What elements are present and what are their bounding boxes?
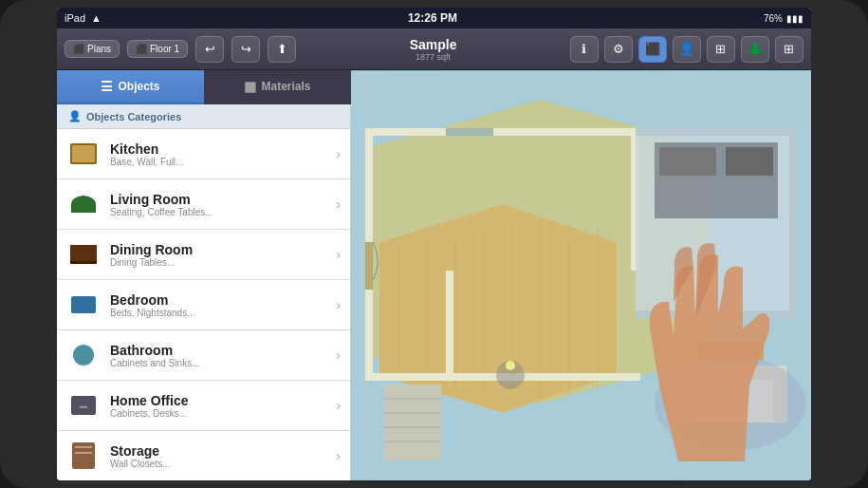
sidebar-item-bathroom[interactable]: Bathroom Cabinets and Sinks... › [57, 330, 350, 381]
categories-icon: 👤 [68, 110, 82, 122]
more-icon: ⊞ [784, 42, 794, 56]
dining-room-sub: Dining Tables... [110, 257, 336, 268]
dining-room-icon [66, 237, 101, 272]
floor-button[interactable]: ⬛ Floor 1 [127, 40, 188, 58]
svg-rect-18 [636, 128, 797, 136]
ipad-label: iPad [65, 12, 85, 24]
person-button[interactable]: 👤 [673, 36, 701, 63]
bathroom-chevron: › [336, 347, 341, 363]
plans-button[interactable]: ⬛ Plans [65, 40, 120, 58]
3d-view-button[interactable]: ⬛ [638, 36, 667, 63]
sidebar-item-dining-room[interactable]: Dining Room Dining Tables... › [57, 230, 350, 280]
floor-icon: ⬛ [136, 44, 147, 54]
status-bar: iPad ▲ 12:26 PM 76% ▮▮▮ [57, 8, 811, 28]
settings-icon: ⚙ [613, 42, 624, 56]
plans-icon: ⬛ [73, 44, 84, 54]
home-office-name: Home Office [110, 393, 336, 408]
home-office-text: Home Office Cabinets, Desks... [110, 393, 336, 419]
svg-rect-23 [726, 147, 773, 176]
storage-icon [66, 439, 101, 473]
floorplan-background [351, 70, 811, 480]
redo-icon: ↪ [241, 42, 251, 56]
3d-icon: ⬛ [645, 42, 660, 56]
living-room-name: Living Room [110, 192, 336, 207]
undo-button[interactable]: ↩ [195, 36, 224, 63]
svg-rect-32 [365, 242, 373, 290]
svg-rect-15 [365, 373, 451, 381]
living-room-sub: Seating, Coffee Tables... [110, 207, 336, 217]
tree-icon: 🌲 [748, 42, 763, 56]
hand-overlay [602, 196, 811, 461]
tree-button[interactable]: 🌲 [741, 36, 769, 63]
living-room-icon [66, 187, 101, 221]
more-button[interactable]: ⊞ [775, 36, 803, 63]
settings-button[interactable]: ⚙ [604, 36, 633, 63]
battery-label: 76% [764, 13, 783, 24]
svg-rect-22 [659, 147, 716, 176]
objects-tab-label: Objects [118, 80, 159, 93]
toolbar-left: ⬛ Plans ⬛ Floor 1 ↩ ↪ ⬆ [65, 36, 296, 63]
bedroom-name: Bedroom [110, 292, 336, 308]
bathroom-text: Bathroom Cabinets and Sinks... [110, 343, 336, 368]
objects-tab-icon: ☰ [101, 79, 113, 94]
bathroom-icon [66, 338, 101, 372]
bedroom-sub: Beds, Nightstands... [110, 308, 336, 318]
project-title: Sample [410, 37, 457, 52]
materials-tab-icon: ▦ [244, 79, 256, 94]
storage-text: Storage Wall Closets... [110, 443, 336, 469]
bathroom-name: Bathroom [110, 343, 336, 358]
bathroom-sub: Cabinets and Sinks... [110, 358, 336, 368]
svg-rect-33 [446, 128, 493, 136]
svg-rect-34 [384, 385, 441, 460]
living-room-chevron: › [336, 197, 341, 212]
kitchen-name: Kitchen [110, 141, 336, 157]
project-subtitle: 1877 sqft [416, 52, 451, 62]
ipad-frame: iPad ▲ 12:26 PM 76% ▮▮▮ ⬛ Plans ⬛ Floor … [0, 0, 868, 488]
living-room-text: Living Room Seating, Coffee Tables... [110, 192, 336, 217]
categories-title: Objects Categories [86, 111, 181, 122]
svg-point-31 [506, 361, 515, 370]
kitchen-icon [66, 137, 101, 171]
sidebar-item-home-office[interactable]: Home Office Cabinets, Desks... › [57, 381, 350, 431]
status-right: 76% ▮▮▮ [764, 13, 803, 24]
kitchen-text: Kitchen Base, Wall, Full... [110, 141, 336, 167]
sidebar-item-kitchen[interactable]: Kitchen Base, Wall, Full... › [57, 129, 350, 179]
info-icon: ℹ [582, 42, 586, 56]
redo-button[interactable]: ↪ [231, 36, 260, 63]
toolbar: ⬛ Plans ⬛ Floor 1 ↩ ↪ ⬆ Sample [57, 28, 811, 70]
dining-room-name: Dining Room [110, 242, 336, 257]
svg-rect-14 [446, 271, 453, 375]
undo-icon: ↩ [205, 42, 215, 56]
layout-button[interactable]: ⊞ [707, 36, 735, 63]
storage-chevron: › [336, 448, 341, 463]
home-office-sub: Cabinets, Desks... [110, 408, 336, 419]
status-left: iPad ▲ [65, 12, 102, 24]
battery-icon: ▮▮▮ [786, 13, 803, 24]
3d-view[interactable] [351, 70, 811, 480]
tab-materials[interactable]: ▦ Materials [204, 70, 351, 104]
kitchen-sub: Base, Wall, Full... [110, 157, 336, 167]
dining-room-chevron: › [336, 247, 341, 262]
screen: iPad ▲ 12:26 PM 76% ▮▮▮ ⬛ Plans ⬛ Floor … [57, 8, 811, 480]
home-office-chevron: › [336, 398, 341, 413]
toolbar-right: ℹ ⚙ ⬛ 👤 ⊞ 🌲 ⊞ [570, 36, 803, 63]
toolbar-center: Sample 1877 sqft [410, 37, 457, 62]
status-time: 12:26 PM [408, 11, 457, 25]
tab-objects[interactable]: ☰ Objects [57, 70, 204, 104]
share-icon: ⬆ [277, 42, 287, 56]
info-button[interactable]: ℹ [570, 36, 599, 63]
kitchen-chevron: › [336, 146, 341, 161]
svg-rect-12 [365, 128, 640, 136]
sidebar-item-living-room[interactable]: Living Room Seating, Coffee Tables... › [57, 179, 350, 230]
share-button[interactable]: ⬆ [268, 36, 296, 63]
sidebar-item-bedroom[interactable]: Bedroom Beds, Nightstands... › [57, 280, 350, 330]
layout-icon: ⊞ [715, 42, 726, 56]
materials-tab-label: Materials [261, 80, 310, 93]
storage-name: Storage [110, 443, 336, 459]
person-icon: 👤 [679, 42, 694, 56]
home-office-icon [66, 388, 101, 422]
storage-sub: Wall Closets... [110, 459, 336, 469]
categories-header: 👤 Objects Categories [57, 104, 350, 129]
sidebar-item-storage[interactable]: Storage Wall Closets... › [57, 431, 350, 480]
tab-bar: ☰ Objects ▦ Materials [57, 70, 351, 104]
